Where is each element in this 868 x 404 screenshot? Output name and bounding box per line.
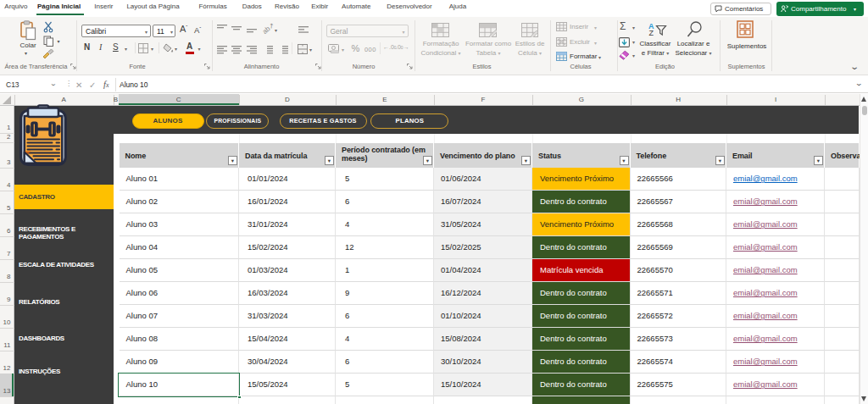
- svg-text:Z: Z: [648, 29, 654, 36]
